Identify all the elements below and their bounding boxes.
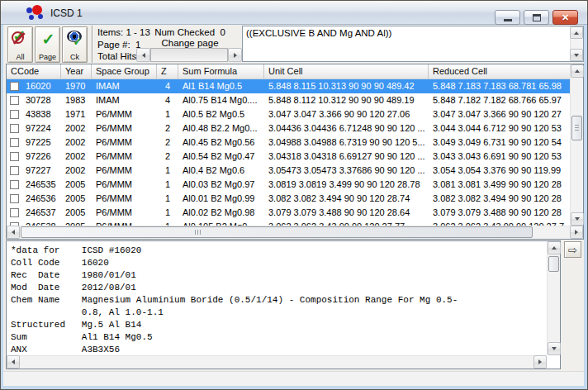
cell-unit-cell: 5.848 8.112 10.312 90 90 90 489.19 xyxy=(264,93,429,107)
table-row[interactable]: 246537 2005 P6/MMM 1 Al0.02 B2 Mg0.98 3.… xyxy=(7,206,570,220)
table-row[interactable]: 246536 2005 P6/MMM 1 Al0.01 B2 Mg0.99 3.… xyxy=(7,192,570,206)
row-checkbox[interactable] xyxy=(10,180,19,189)
cell-space-group: P6/MMM xyxy=(92,107,157,121)
column-header-reduced-cell[interactable]: Reduced Cell xyxy=(429,64,570,78)
table-row[interactable]: 246535 2005 P6/MMM 1 Al0.03 B2 Mg0.97 3.… xyxy=(7,178,570,192)
status-bar: ©2013 by Fachinformationszentrum Karlsru… xyxy=(3,371,584,386)
row-checkbox[interactable] xyxy=(10,96,19,105)
cell-ccode: 246535 xyxy=(26,178,56,192)
row-checkbox[interactable] xyxy=(10,82,19,91)
cell-year: 2002 xyxy=(61,164,92,178)
row-checkbox[interactable] xyxy=(10,124,19,133)
detail-vertical-scrollbar[interactable] xyxy=(547,241,560,355)
row-checkbox[interactable] xyxy=(10,166,19,175)
table-scroll-right-button[interactable] xyxy=(570,226,583,239)
cell-sum-formula: Al0.105 B2 Mg0... xyxy=(178,220,264,226)
table-scroll-up-button[interactable] xyxy=(571,64,584,78)
column-header-sum-formula[interactable]: Sum Formula xyxy=(178,64,264,78)
num-checked-label: Num Checked 0 xyxy=(135,27,244,38)
cell-z: 1 xyxy=(157,178,178,192)
cell-sum-formula: Al0.48 B2.2 Mg0... xyxy=(178,121,264,136)
arrow-up-icon xyxy=(552,246,557,250)
cell-sum-formula: Al0.5 B2 Mg0.5 xyxy=(178,107,264,121)
view-checked-button[interactable]: ✓ Ck xyxy=(62,26,88,63)
arrow-left-icon xyxy=(12,230,15,235)
cell-ccode: 246536 xyxy=(26,192,56,206)
page-prev-button[interactable] xyxy=(136,48,150,62)
row-checkbox[interactable] xyxy=(10,194,19,203)
cell-space-group: IMAM xyxy=(92,93,157,107)
cell-ccode: 97224 xyxy=(26,121,51,136)
maximize-button[interactable] xyxy=(524,10,549,25)
cell-space-group: P6/MMM xyxy=(92,121,157,136)
uncheck-all-button[interactable]: ✓ All xyxy=(7,26,33,63)
query-scroll-up-button[interactable] xyxy=(570,26,583,39)
row-checkbox[interactable] xyxy=(10,110,19,119)
cell-ccode: 30728 xyxy=(26,93,51,107)
cell-unit-cell: 3.04988 3.04988 6.7319 90 90 120 5... xyxy=(264,136,429,150)
uncheck-all-label: All xyxy=(8,53,32,61)
row-checkbox[interactable] xyxy=(10,152,19,161)
row-checkbox[interactable] xyxy=(10,138,19,147)
cell-reduced-cell: 3.081 3.081 3.499 90 90 120 28 xyxy=(429,178,570,192)
table-row[interactable]: 97224 2002 P6/MMM 2 Al0.48 B2.2 Mg0... 3… xyxy=(7,121,570,136)
cell-sum-formula: Al0.45 B2 Mg0.56 xyxy=(178,136,264,150)
detail-vscroll-thumb[interactable] xyxy=(548,256,559,272)
table-scroll-left-button[interactable] xyxy=(7,226,20,239)
cell-reduced-cell: 3.049 3.049 6.731 90 90 120 54 xyxy=(429,136,570,150)
check-page-icon: ✓ xyxy=(38,30,58,50)
table-vscroll-thumb[interactable] xyxy=(571,116,582,140)
table-scroll-down-button[interactable] xyxy=(571,212,584,226)
column-header-unit-cell[interactable]: Unit Cell xyxy=(264,64,429,78)
table-hscroll-thumb[interactable] xyxy=(21,226,533,238)
toolbar: ✓ All ✓ Page ✓ Ck Items: 1 - 13 xyxy=(3,25,584,64)
check-page-button[interactable]: ✓ Page xyxy=(35,26,60,63)
cell-year: 2005 xyxy=(61,178,92,192)
cell-z: 2 xyxy=(157,121,178,136)
table-row[interactable]: 97227 2002 P6/MMM 1 Al0.4 B2 Mg0.6 3.054… xyxy=(7,164,570,178)
table-row[interactable]: 97225 2002 P6/MMM 2 Al0.45 B2 Mg0.56 3.0… xyxy=(7,136,570,150)
query-scroll-down-button[interactable] xyxy=(570,49,583,61)
change-page-track[interactable] xyxy=(150,48,228,62)
page-next-button[interactable] xyxy=(228,48,242,62)
row-checkbox[interactable] xyxy=(10,208,19,217)
cell-reduced-cell: 5.848 7.182 7.182 68.766 65.97 xyxy=(429,93,570,107)
detail-scroll-up-button[interactable] xyxy=(548,241,561,254)
icsd-window: ICSD 1 ✕ ✓ All ✓ Page xyxy=(0,0,588,390)
close-button[interactable]: ✕ xyxy=(552,10,578,25)
table-horizontal-scrollbar[interactable] xyxy=(7,226,583,239)
table-row[interactable]: 97226 2002 P6/MMM 2 Al0.54 B2 Mg0.47 3.0… xyxy=(7,150,570,164)
table-row[interactable]: 30728 1983 IMAM 4 Al0.75 B14 Mg0.... 5.8… xyxy=(7,93,570,107)
detail-panel[interactable]: *data for ICSD #16020 Coll Code 16020 Re… xyxy=(6,240,561,369)
cell-sum-formula: Al0.75 B14 Mg0.... xyxy=(178,93,264,107)
cell-unit-cell: 3.082 3.082 3.494 90 90 120 28.74 xyxy=(264,192,429,206)
column-header-year[interactable]: Year xyxy=(61,64,92,78)
column-header-z[interactable]: Z xyxy=(157,64,178,78)
table-row[interactable]: 16020 1970 IMAM 4 Al1 B14 Mg0.5 5.848 8.… xyxy=(7,79,570,93)
titlebar[interactable]: ICSD 1 ✕ xyxy=(1,1,587,25)
cell-ccode: 43838 xyxy=(26,107,51,121)
detail-horizontal-scrollbar[interactable] xyxy=(7,355,547,369)
detail-scroll-right-button[interactable] xyxy=(533,355,547,369)
cell-sum-formula: Al0.01 B2 Mg0.99 xyxy=(178,192,264,206)
cell-year: 1983 xyxy=(61,93,92,107)
table-row[interactable]: 43838 1971 P6/MMM 1 Al0.5 B2 Mg0.5 3.047… xyxy=(7,107,570,121)
no-sign-icon xyxy=(12,31,24,44)
cell-reduced-cell: 3.044 3.044 6.712 90 90 120 53 xyxy=(429,121,570,136)
detail-nav-button[interactable]: ⇨ xyxy=(564,241,581,258)
minimize-button[interactable] xyxy=(495,10,520,25)
detail-scroll-down-button[interactable] xyxy=(548,342,561,355)
cell-reduced-cell: 3.082 3.082 3.494 90 90 120 28 xyxy=(429,192,570,206)
table-vertical-scrollbar[interactable] xyxy=(570,64,583,226)
change-page-scrollbar[interactable] xyxy=(136,48,242,62)
column-header-space-group[interactable]: Space Group xyxy=(92,64,157,78)
detail-scroll-left-button[interactable] xyxy=(7,355,20,369)
cell-unit-cell: 5.848 8.115 10.313 90 90 90 489.42 xyxy=(264,79,429,93)
query-scrollbar[interactable] xyxy=(570,26,583,61)
icon-dot-blue xyxy=(26,7,32,13)
column-header-ccode[interactable]: CCode xyxy=(7,64,61,78)
query-box[interactable]: ((EXCLUSIVE B AND Mg AND Al)) xyxy=(242,26,584,62)
check-page-label: Page xyxy=(36,53,59,61)
table-row[interactable]: 246538 2005 P6/MMM 1 Al0.105 B2 Mg0... 3… xyxy=(7,220,570,226)
cell-sum-formula: Al0.03 B2 Mg0.97 xyxy=(178,178,264,192)
